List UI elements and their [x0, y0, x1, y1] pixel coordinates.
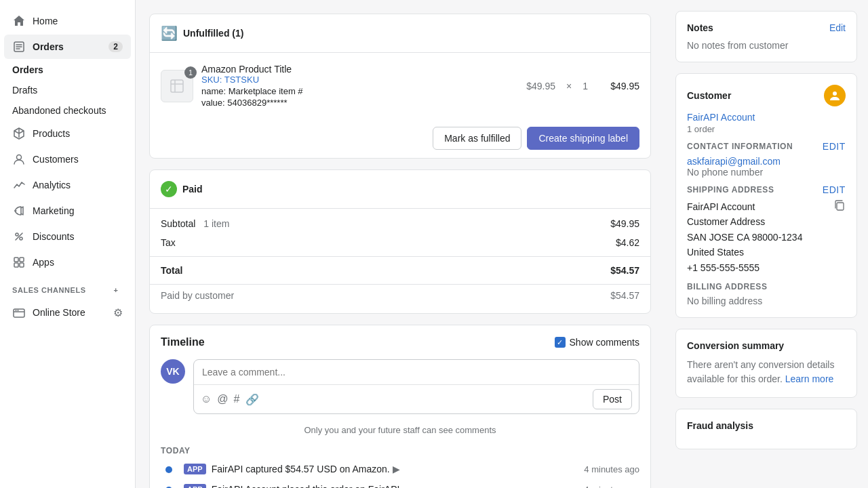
sidebar-item-orders-label: Orders	[33, 41, 64, 52]
customers-icon	[12, 152, 26, 166]
tax-label: Tax	[161, 237, 176, 248]
sidebar-item-discounts[interactable]: Discounts	[4, 224, 131, 249]
svg-rect-4	[14, 258, 18, 262]
product-meta-name: name: Marketplace item #	[201, 86, 518, 96]
svg-point-9	[16, 310, 17, 311]
sidebar-subitem-drafts-label: Drafts	[12, 85, 37, 96]
sidebar-subitem-orders[interactable]: Orders	[4, 60, 131, 79]
paid-title: Paid	[182, 184, 203, 195]
discounts-icon	[12, 230, 26, 243]
shipping-city: SAN JOSE CA 98000-1234	[687, 232, 802, 243]
app-badge-1: APP	[184, 484, 206, 488]
mention-icon[interactable]: @	[217, 393, 228, 405]
sidebar-item-customers[interactable]: Customers	[4, 147, 131, 171]
show-comments-toggle[interactable]: ✓ Show comments	[555, 337, 639, 348]
comment-input-area: ☺ @ # 🔗 Post	[193, 359, 639, 414]
sidebar-item-home[interactable]: Home	[4, 9, 131, 33]
shipping-address-text: FairAPI Account Customer Address SAN JOS…	[687, 199, 802, 275]
shipping-address-section: SHIPPING ADDRESS Edit FairAPI Account Cu…	[687, 184, 846, 275]
expand-icon-0[interactable]: ▶	[393, 464, 400, 474]
sidebar-item-analytics[interactable]: Analytics	[4, 173, 131, 197]
conversion-learn-more[interactable]: Learn more	[785, 373, 834, 384]
create-shipping-label-button[interactable]: Create shipping label	[527, 127, 639, 150]
paid-icon: ✓	[161, 181, 177, 197]
paid-header: ✓ Paid	[150, 170, 650, 209]
notes-title: Notes Edit	[687, 22, 846, 33]
timeline-header: Timeline ✓ Show comments	[161, 336, 639, 348]
product-image: 1	[161, 70, 193, 102]
product-sku: SKU: TSTSKU	[201, 75, 518, 85]
sales-channels-title: SALES CHANNELS	[12, 286, 86, 294]
product-badge: 1	[184, 66, 197, 79]
svg-rect-6	[14, 263, 18, 267]
sidebar-item-customers-label: Customers	[33, 154, 79, 165]
timeline-title: Timeline	[161, 336, 205, 348]
unit-price: $49.95	[526, 81, 555, 92]
sidebar-subitem-drafts[interactable]: Drafts	[4, 81, 131, 100]
main-area: 🔄 Unfulfilled (1) 1 Amazon Product Title…	[136, 0, 868, 488]
shipping-edit-link[interactable]: Edit	[823, 184, 846, 195]
timeline-event-1: APP FairAPI Account placed this order on…	[161, 484, 639, 488]
timeline-event-time-1: 4 minutes ago	[584, 485, 639, 489]
timeline-event-message-1: FairAPI Account placed this order on Fai…	[212, 484, 403, 488]
subtotal-amount: $49.95	[610, 218, 639, 229]
online-store-settings-icon[interactable]: ⚙	[113, 306, 123, 319]
contact-edit-link[interactable]: Edit	[823, 141, 846, 152]
emoji-icon[interactable]: ☺	[201, 393, 212, 405]
customer-email[interactable]: askfairapi@gmail.com	[687, 156, 846, 167]
show-comments-checkbox[interactable]: ✓	[555, 337, 566, 348]
customer-card: Customer FairAPI Account 1 order CONTACT…	[675, 73, 857, 318]
billing-title: BILLING ADDRESS	[687, 282, 846, 291]
action-row: Mark as fulfilled Create shipping label	[150, 119, 650, 158]
mark-fulfilled-button[interactable]: Mark as fulfilled	[433, 127, 521, 150]
sidebar-item-marketing[interactable]: Marketing	[4, 199, 131, 223]
shipping-addr1: Customer Address	[687, 216, 765, 227]
conversion-card: Conversion summary There aren't any conv…	[675, 329, 857, 398]
copy-address-icon[interactable]	[833, 199, 846, 214]
paid-by-label: Paid by customer	[161, 290, 234, 301]
user-initials: VK	[166, 366, 179, 377]
sidebar-item-products[interactable]: Products	[4, 121, 131, 146]
sidebar-item-products-label: Products	[33, 128, 70, 139]
online-store-icon	[12, 306, 26, 319]
customer-name[interactable]: FairAPI Account	[687, 112, 846, 123]
add-sales-channel-button[interactable]: +	[109, 283, 123, 297]
paid-by-amount: $54.57	[610, 290, 639, 301]
conversion-title: Conversion summary	[687, 340, 846, 351]
svg-rect-8	[14, 309, 24, 317]
comment-input[interactable]	[194, 360, 639, 384]
sidebar-item-analytics-label: Analytics	[33, 180, 71, 190]
sku-label: SKU:	[201, 75, 222, 85]
sidebar-item-orders[interactable]: Orders 2	[4, 35, 131, 59]
notes-edit-link[interactable]: Edit	[829, 22, 846, 33]
sidebar-subitem-abandoned[interactable]: Abandoned checkouts	[4, 101, 131, 120]
timeline-event-time-0: 4 minutes ago	[584, 464, 639, 474]
conversion-text: There aren't any conversion details avai…	[687, 358, 846, 386]
post-button[interactable]: Post	[593, 389, 632, 409]
customer-orders: 1 order	[687, 124, 846, 134]
product-total: $49.95	[599, 81, 639, 92]
products-icon	[12, 127, 26, 140]
contact-title: CONTACT INFORMATION Edit	[687, 141, 846, 152]
customer-avatar	[824, 85, 846, 106]
svg-point-2	[16, 233, 18, 236]
sidebar-item-apps-label: Apps	[33, 257, 54, 268]
subtotal-label: Subtotal 1 item	[161, 218, 229, 229]
shipping-country: United States	[687, 247, 744, 258]
sidebar-subitem-orders-label: Orders	[12, 64, 43, 75]
sidebar: Home Orders 2 Orders Drafts Abandoned ch…	[0, 0, 136, 488]
sidebar-item-apps[interactable]: Apps	[4, 250, 131, 274]
hashtag-icon[interactable]: #	[234, 393, 240, 405]
link-icon[interactable]: 🔗	[245, 393, 259, 406]
value-label: value:	[201, 98, 225, 108]
paid-card: ✓ Paid Subtotal 1 item $49.95 Tax $4.62 …	[149, 169, 651, 314]
home-icon	[12, 14, 26, 28]
sidebar-item-online-store[interactable]: Online Store ⚙	[4, 300, 131, 325]
contact-section: CONTACT INFORMATION Edit askfairapi@gmai…	[687, 141, 846, 178]
name-label: name:	[201, 86, 226, 96]
subtotal-row: Subtotal 1 item $49.95	[150, 214, 650, 233]
show-comments-label: Show comments	[570, 337, 639, 348]
customer-title: Customer	[687, 90, 731, 101]
timeline-dot-0	[165, 466, 172, 473]
notes-content: No notes from customer	[687, 40, 846, 51]
